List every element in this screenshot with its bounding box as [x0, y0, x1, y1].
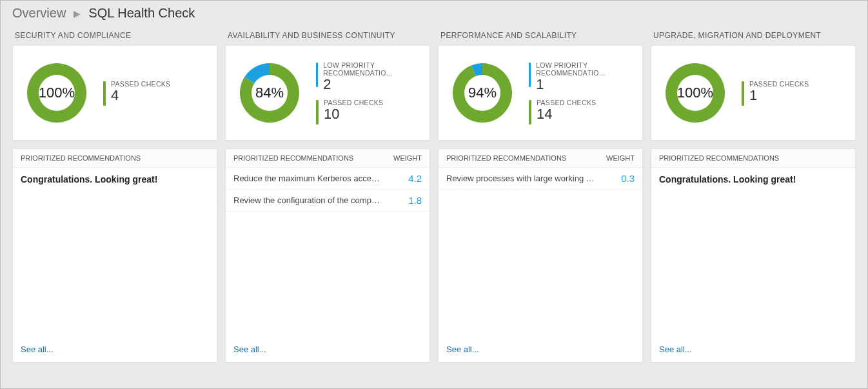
stats-block: LOW PRIORITY RECOMMENDATIO... 2 PASSED C… [316, 61, 420, 125]
recommendation-row[interactable]: Review processes with large working set … [439, 168, 642, 190]
assessment-column: PERFORMANCE AND SCALABILITY 94% LOW PRIO… [438, 27, 643, 363]
stats-block: PASSED CHECKS 4 [103, 80, 170, 106]
donut-chart: 94% [448, 58, 517, 128]
congrats-message: Congratulations. Looking great! [13, 168, 217, 191]
recommendations-header: PRIORITIZED RECOMMENDATIONS WEIGHT [439, 149, 642, 168]
recommendation-text: Reduce the maximum Kerberos access token… [233, 174, 382, 183]
chevron-right-icon: ▶ [74, 8, 81, 19]
recommendations-card: PRIORITIZED RECOMMENDATIONS WEIGHT Revie… [438, 148, 643, 363]
weight-header: WEIGHT [393, 154, 422, 162]
recommendation-text: Review the configuration of the computer… [233, 195, 382, 205]
donut-chart: 100% [22, 58, 92, 128]
prioritized-header: PRIORITIZED RECOMMENDATIONS [659, 154, 779, 162]
assessment-column: UPGRADE, MIGRATION AND DEPLOYMENT 100% P… [651, 27, 856, 363]
donut-card[interactable]: 100% PASSED CHECKS 4 [12, 45, 217, 141]
prioritized-header: PRIORITIZED RECOMMENDATIONS [21, 154, 141, 162]
donut-chart: 84% [235, 58, 304, 128]
stat-low-priority: LOW PRIORITY RECOMMENDATIO... 1 [529, 61, 633, 92]
see-all-link[interactable]: See all... [13, 338, 217, 362]
see-all-link[interactable]: See all... [651, 338, 855, 362]
passed-value: 4 [111, 88, 170, 103]
passed-value: 1 [749, 88, 809, 103]
low-priority-value: 1 [536, 77, 633, 92]
breadcrumb-overview[interactable]: Overview [12, 6, 66, 21]
recommendation-weight: 0.3 [611, 173, 635, 184]
stat-passed: PASSED CHECKS 10 [316, 99, 420, 125]
recommendations-header: PRIORITIZED RECOMMENDATIONS WEIGHT [226, 149, 429, 168]
low-priority-value: 2 [323, 77, 420, 92]
recommendations-header: PRIORITIZED RECOMMENDATIONS [13, 149, 217, 168]
donut-card[interactable]: 84% LOW PRIORITY RECOMMENDATIO... 2 PASS… [225, 45, 430, 141]
bar-green-icon [742, 81, 744, 106]
dashboard-board: SECURITY AND COMPLIANCE 100% PASSED CHEC… [1, 27, 867, 372]
column-header: SECURITY AND COMPLIANCE [12, 27, 217, 45]
passed-value: 14 [537, 106, 596, 122]
donut-card[interactable]: 94% LOW PRIORITY RECOMMENDATIO... 1 PASS… [438, 45, 643, 141]
recommendations-header: PRIORITIZED RECOMMENDATIONS [651, 149, 855, 168]
recommendation-weight: 1.8 [399, 195, 422, 206]
column-header: AVAILABILITY AND BUSINESS CONTINUITY [225, 27, 430, 45]
see-all-link[interactable]: See all... [439, 338, 642, 362]
congrats-message: Congratulations. Looking great! [651, 168, 855, 191]
recommendation-text: Review processes with large working set … [446, 174, 595, 183]
assessment-column: SECURITY AND COMPLIANCE 100% PASSED CHEC… [12, 27, 217, 363]
assessment-column: AVAILABILITY AND BUSINESS CONTINUITY 84%… [225, 27, 430, 363]
column-header: PERFORMANCE AND SCALABILITY [438, 27, 643, 45]
stat-low-priority: LOW PRIORITY RECOMMENDATIO... 2 [316, 61, 420, 92]
passed-label: PASSED CHECKS [749, 80, 809, 88]
recommendation-row[interactable]: Review the configuration of the computer… [226, 190, 429, 212]
recommendation-row[interactable]: Reduce the maximum Kerberos access token… [226, 168, 429, 190]
recommendations-card: PRIORITIZED RECOMMENDATIONS Congratulati… [651, 148, 856, 363]
donut-card[interactable]: 100% PASSED CHECKS 1 [651, 45, 856, 141]
low-priority-label: LOW PRIORITY RECOMMENDATIO... [323, 61, 420, 77]
stat-passed: PASSED CHECKS 4 [103, 80, 170, 106]
prioritized-header: PRIORITIZED RECOMMENDATIONS [233, 154, 353, 162]
bar-blue-icon [529, 63, 531, 87]
donut-percent: 84% [235, 58, 304, 128]
stats-block: PASSED CHECKS 1 [742, 80, 809, 106]
recommendations-card: PRIORITIZED RECOMMENDATIONS Congratulati… [12, 148, 217, 363]
low-priority-label: LOW PRIORITY RECOMMENDATIO... [536, 61, 633, 77]
donut-percent: 94% [448, 58, 517, 128]
see-all-link[interactable]: See all... [226, 338, 429, 362]
passed-value: 10 [324, 106, 383, 122]
bar-green-icon [529, 100, 531, 125]
breadcrumb: Overview ▶ SQL Health Check [1, 1, 867, 27]
stats-block: LOW PRIORITY RECOMMENDATIO... 1 PASSED C… [529, 61, 633, 125]
column-header: UPGRADE, MIGRATION AND DEPLOYMENT [651, 27, 856, 45]
weight-header: WEIGHT [606, 154, 635, 162]
donut-chart: 100% [660, 58, 730, 128]
bar-blue-icon [316, 63, 318, 87]
recommendations-card: PRIORITIZED RECOMMENDATIONS WEIGHT Reduc… [225, 148, 430, 363]
prioritized-header: PRIORITIZED RECOMMENDATIONS [446, 154, 566, 162]
bar-green-icon [103, 81, 106, 106]
recommendation-weight: 4.2 [399, 173, 422, 184]
bar-green-icon [316, 100, 319, 125]
donut-percent: 100% [22, 58, 92, 128]
page-title: SQL Health Check [88, 6, 195, 21]
stat-passed: PASSED CHECKS 1 [742, 80, 809, 106]
passed-label: PASSED CHECKS [111, 80, 170, 88]
stat-passed: PASSED CHECKS 14 [529, 99, 633, 125]
donut-percent: 100% [660, 58, 730, 128]
